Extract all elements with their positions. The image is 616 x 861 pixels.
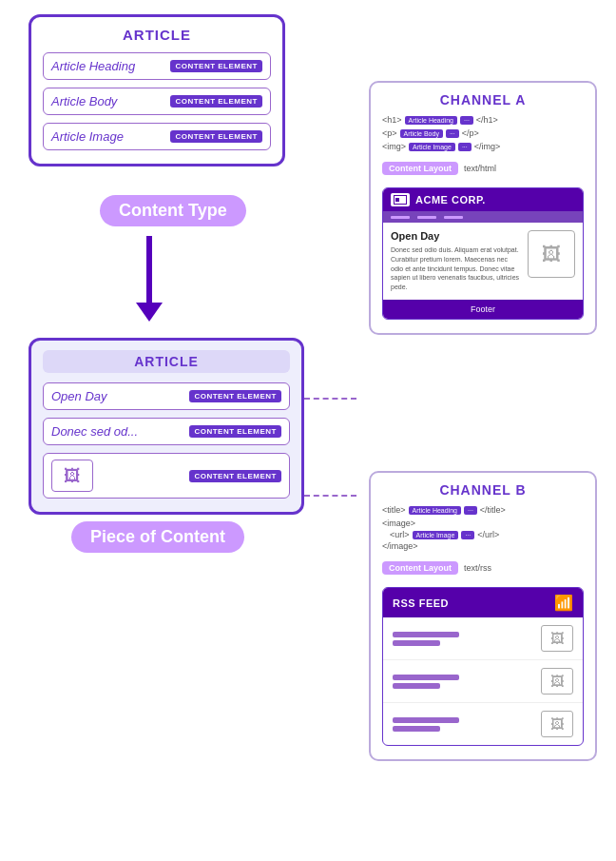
preview-text-area: Open Day Donec sed odio duis. Aliquam er… (391, 230, 522, 292)
code-badge-extra-2: ··· (446, 129, 459, 138)
preview-header: ACME CORP. (383, 188, 583, 211)
preview-image-placeholder: 🖼 (528, 230, 575, 278)
content-type-label: Content Type (100, 195, 246, 226)
content-type-label-text: Content Type (119, 201, 227, 220)
dashed-line-1 (304, 398, 356, 400)
channel-b-code-1: <title> Article Heading ··· </title> (382, 505, 584, 515)
channel-a-code-2: <p> Article Body ··· </p> (382, 128, 584, 138)
code-badge-1: Article Heading (405, 116, 457, 125)
channel-a-code-1: <h1> Article Heading ··· </h1> (382, 115, 584, 125)
piece-of-content-label-text: Piece of Content (90, 527, 225, 546)
rss-line-1a (393, 632, 459, 637)
rss-img-icon-1: 🖼 (550, 631, 564, 646)
field-label-image: Article Image (51, 129, 124, 144)
rss-lines-1 (393, 632, 459, 646)
code-b-open-1: <title> (382, 505, 406, 515)
rss-lines-3 (393, 717, 459, 732)
rss-img-2: 🖼 (541, 668, 573, 695)
code-close-2: </p> (462, 128, 479, 138)
rss-line-1b (393, 640, 440, 646)
image-icon: 🖼 (64, 466, 81, 486)
poc-badge-1: CONTENT ELEMENT (189, 390, 281, 402)
nav-dot-1 (391, 216, 410, 219)
channel-b-layout-badge: Content Layout (382, 561, 458, 575)
dashed-line-2 (304, 495, 356, 497)
rss-line-3a (393, 717, 459, 723)
nav-dot-2 (417, 216, 436, 219)
preview-body-text: Donec sed odio duis. Aliquam erat volutp… (391, 245, 522, 292)
piece-of-content-box: ARTICLE Open Day CONTENT ELEMENT Donec s… (29, 338, 304, 515)
rss-img-icon-2: 🖼 (550, 674, 564, 689)
rss-item-1: 🖼 (383, 617, 583, 660)
field-label-body: Article Body (51, 94, 117, 108)
channel-b-layout-type: text/rss (464, 563, 491, 573)
field-row-body: Article Body CONTENT ELEMENT (43, 88, 271, 115)
rss-icon: 📶 (554, 594, 573, 612)
channel-b: CHANNEL B <title> Article Heading ··· </… (369, 471, 597, 761)
content-type-title: ARTICLE (43, 27, 271, 43)
channel-a: CHANNEL A <h1> Article Heading ··· </h1>… (369, 81, 597, 335)
poc-field-row-3: 🖼 CONTENT ELEMENT (43, 453, 290, 499)
rss-preview: RSS FEED 📶 🖼 🖼 (382, 587, 584, 746)
rss-title: RSS FEED (393, 597, 449, 609)
poc-badge-3: CONTENT ELEMENT (189, 470, 281, 482)
preview-logo-icon (391, 193, 410, 206)
rss-line-2a (393, 675, 459, 680)
field-row-heading: Article Heading CONTENT ELEMENT (43, 52, 271, 80)
code-b-badge-extra-2: ··· (461, 531, 474, 539)
poc-badge-2: CONTENT ELEMENT (189, 425, 281, 438)
badge-heading: CONTENT ELEMENT (170, 60, 262, 72)
channel-a-layout-bar: Content Layout text/html (382, 159, 584, 178)
rss-img-3: 🖼 (541, 711, 573, 737)
poc-field-row-1: Open Day CONTENT ELEMENT (43, 382, 290, 410)
rss-line-2b (393, 683, 440, 689)
badge-image: CONTENT ELEMENT (170, 130, 262, 143)
code-close-1: </h1> (476, 115, 498, 125)
nav-dots (391, 216, 463, 219)
poc-field-label-2: Donec sed od... (51, 424, 138, 439)
code-open-1: <h1> (382, 115, 402, 125)
code-badge-3: Article Image (409, 143, 455, 151)
code-b-badge-extra-1: ··· (464, 506, 477, 515)
field-row-image: Article Image CONTENT ELEMENT (43, 123, 271, 150)
preview-heading: Open Day (391, 230, 522, 242)
channel-a-code-3: <img> Article Image ··· </img> (382, 142, 584, 151)
code-badge-extra-1: ··· (460, 116, 473, 125)
poc-field-row-2: Donec sed od... CONTENT ELEMENT (43, 418, 290, 445)
rss-header: RSS FEED 📶 (383, 588, 583, 617)
rss-img-icon-3: 🖼 (550, 716, 564, 732)
code-b-image-open: <image> (382, 519, 415, 528)
rss-line-3b (393, 726, 440, 732)
piece-of-content-title: ARTICLE (43, 350, 290, 373)
badge-body: CONTENT ELEMENT (170, 95, 262, 108)
nav-dot-3 (444, 216, 463, 219)
code-open-3: <img> (382, 142, 406, 151)
preview-body: Open Day Donec sed odio duis. Aliquam er… (383, 223, 583, 300)
channel-b-code-2: <image> <url> Article Image ··· </url> <… (382, 519, 584, 551)
channel-a-layout-type: text/html (464, 164, 496, 173)
channel-a-preview: ACME CORP. Open Day Donec sed odio duis.… (382, 187, 584, 320)
poc-image-field: 🖼 (51, 460, 93, 492)
channel-b-title: CHANNEL B (382, 482, 584, 498)
channel-a-layout-badge: Content Layout (382, 162, 458, 175)
channel-b-layout-bar: Content Layout text/rss (382, 558, 584, 577)
code-b-url-close: </url> (477, 530, 499, 539)
code-open-2: <p> (382, 128, 397, 138)
svg-rect-2 (395, 198, 399, 202)
rss-item-2: 🖼 (383, 660, 583, 703)
code-close-3: </img> (474, 142, 501, 151)
channel-b-code-sub: <url> Article Image ··· </url> (382, 530, 499, 539)
arrow-down (136, 236, 163, 322)
rss-item-3: 🖼 (383, 703, 583, 745)
code-b-image-close: </image> (382, 541, 418, 551)
arrow-shaft (146, 236, 152, 303)
rss-lines-2 (393, 675, 459, 689)
code-b-close-1: </title> (480, 505, 506, 515)
code-badge-2: Article Body (400, 129, 443, 138)
preview-footer: Footer (383, 300, 583, 319)
code-b-badge-1: Article Heading (409, 506, 461, 515)
preview-nav (383, 211, 583, 223)
code-b-badge-2: Article Image (413, 531, 459, 539)
preview-company-name: ACME CORP. (415, 194, 486, 205)
piece-of-content-label: Piece of Content (71, 521, 244, 553)
